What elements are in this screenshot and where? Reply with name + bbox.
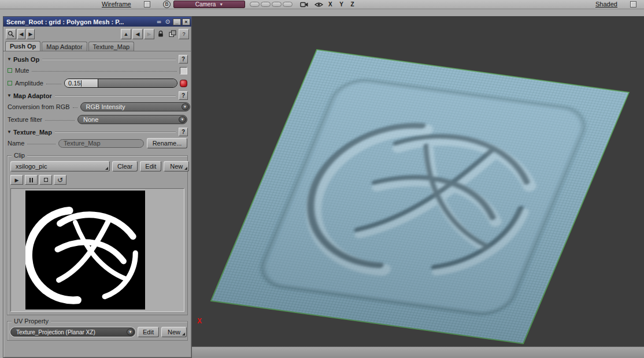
viewport-3d[interactable]: X (192, 16, 644, 346)
section-texture-map-title: Texture_Map (13, 129, 52, 136)
viewport-bottom-bar[interactable] (192, 346, 644, 358)
combo-arrow-icon[interactable]: ▼ (179, 116, 186, 123)
section-texture-map-header[interactable]: ▼ Texture_Map ? (7, 127, 188, 137)
texture-map-help-button[interactable]: ? (179, 128, 188, 136)
amplitude-input[interactable]: 0.15 (65, 79, 98, 87)
push-op-help-button[interactable]: ? (179, 55, 188, 64)
collapse-arrow-icon[interactable]: ▼ (7, 129, 12, 135)
amplitude-row: Amplitude 0.15 (7, 77, 188, 90)
conversion-row: Conversion from RGB RGB Intensity ▼ (7, 100, 188, 113)
panel-toolbar: ◀ ▶ ▲ ◀ ▶ ? (3, 27, 191, 41)
anim-divot-icon[interactable] (8, 68, 12, 73)
nav-right-icon: ▶ (29, 31, 33, 37)
edit-button[interactable]: Edit (140, 161, 161, 171)
viewport-letter-badge[interactable]: B (163, 1, 171, 8)
clip-group-label: Clip (12, 152, 27, 159)
rename-button-label: Rename... (153, 140, 182, 147)
axis-letters[interactable]: X Y Z (328, 1, 357, 8)
minimize-button[interactable]: _ (173, 18, 181, 25)
render-pill-button-2[interactable] (261, 2, 271, 7)
xsi-logo-graphic (25, 191, 144, 308)
stop-button[interactable] (39, 175, 52, 185)
menu-corner-triangle (182, 333, 185, 335)
page-back-icon: ◀ (136, 31, 140, 37)
pick-session-button[interactable] (6, 29, 16, 39)
link-icon[interactable]: ∞ (155, 18, 163, 25)
tab-push-op[interactable]: Push Op (5, 41, 40, 51)
close-button[interactable]: × (182, 18, 190, 25)
pause-icon (29, 178, 33, 182)
uv-projection-select[interactable]: Texture_Projection (Planar XZ) ▼ (10, 327, 135, 337)
clip-preview-area[interactable] (10, 188, 184, 312)
map-adaptor-help-button[interactable]: ? (179, 91, 188, 100)
refresh-button[interactable]: ↺ (54, 175, 66, 185)
rename-button[interactable]: Rename... (147, 138, 187, 148)
conversion-value: RGB Intensity (86, 103, 125, 110)
lock-button[interactable] (156, 29, 166, 39)
nav-left-icon: ◀ (20, 31, 24, 37)
shaded-menu[interactable]: Shaded (595, 1, 617, 8)
render-region-pill-group (250, 2, 293, 7)
tab-map-adaptor[interactable]: Map Adaptor (42, 42, 87, 51)
viewport-canvas (192, 16, 644, 346)
combo-arrow-icon[interactable]: ▼ (182, 103, 189, 110)
texture-filter-row: Texture filter None ▼ (7, 113, 188, 126)
page-back-button[interactable]: ◀ (132, 29, 143, 39)
mute-checkbox[interactable] (180, 67, 187, 74)
menu-corner-triangle (105, 167, 108, 170)
stop-icon (44, 178, 48, 182)
nav-back-button[interactable]: ◀ (17, 29, 25, 39)
focus-icon[interactable]: ⊙ (164, 18, 172, 25)
page-forward-icon: ▶ (147, 31, 151, 37)
panel-toolbar-left: ◀ ▶ (6, 29, 35, 39)
clear-button-label: Clear (117, 163, 132, 170)
keyframe-icon[interactable] (180, 80, 187, 87)
collapse-arrow-icon[interactable]: ▼ (7, 93, 12, 98)
tab-texture-map[interactable]: Texture_Map (88, 42, 135, 51)
panel-tabs: Push Op Map Adaptor Texture_Map (3, 41, 191, 51)
pause-button[interactable] (25, 175, 38, 185)
wireframe-menu[interactable]: Wireframe (102, 1, 131, 8)
combo-arrow-icon[interactable]: ▼ (127, 329, 134, 335)
page-forward-button[interactable]: ▶ (144, 29, 154, 39)
uv-edit-button[interactable]: Edit (138, 327, 159, 337)
texture-filter-select[interactable]: None ▼ (77, 115, 187, 124)
shaded-options-icon[interactable] (630, 1, 636, 8)
nav-up-icon: ▲ (124, 31, 129, 37)
collapse-arrow-icon[interactable]: ▼ (7, 57, 12, 62)
section-map-adaptor-header[interactable]: ▼ Map Adaptor ? (7, 91, 188, 100)
edit-button-label: Edit (145, 163, 156, 170)
display-options-icon[interactable] (144, 1, 150, 8)
nav-forward-button[interactable]: ▶ (27, 29, 35, 39)
viewport-menu-bar: Wireframe B Camera ▼ X Y Z Shaded (0, 0, 644, 9)
texture-filter-value: None (83, 116, 98, 123)
clip-select[interactable]: xsilogo_pic (10, 161, 110, 171)
render-pill-button-3[interactable] (272, 2, 282, 7)
text-cursor (81, 80, 82, 87)
name-input[interactable]: Texture_Map (58, 139, 144, 148)
camera-menu[interactable]: Camera ▼ (173, 1, 245, 8)
eye-icon[interactable] (314, 1, 323, 9)
play-button[interactable]: ▶ (10, 175, 23, 185)
layers-button[interactable] (167, 29, 177, 39)
section-push-op-header[interactable]: ▼ Push Op ? (7, 54, 188, 64)
new-button[interactable]: New (164, 161, 189, 171)
video-camera-icon[interactable] (300, 1, 309, 9)
explorer-up-button[interactable]: ▲ (121, 29, 131, 39)
camera-menu-label: Camera (195, 1, 216, 8)
clip-image (25, 191, 145, 309)
render-pill-button-1[interactable] (250, 2, 260, 7)
panel-title-bar[interactable]: Scene_Root : grid : Polygon Mesh : P... … (3, 17, 191, 27)
uv-new-button[interactable]: New (161, 327, 187, 337)
uv-property-group: UV Property Texture_Projection (Planar X… (7, 321, 188, 341)
conversion-select[interactable]: RGB Intensity ▼ (80, 102, 190, 111)
anim-divot-icon[interactable] (8, 81, 12, 85)
panel-help-button[interactable]: ? (179, 29, 189, 39)
mesh-plane[interactable] (211, 50, 629, 344)
section-map-adaptor-title: Map Adaptor (13, 92, 52, 99)
render-pill-button-4[interactable] (283, 2, 293, 7)
amplitude-slider[interactable] (98, 79, 177, 87)
help-icon: ? (182, 31, 185, 37)
clear-button[interactable]: Clear (112, 161, 138, 171)
uv-new-button-label: New (168, 329, 180, 335)
